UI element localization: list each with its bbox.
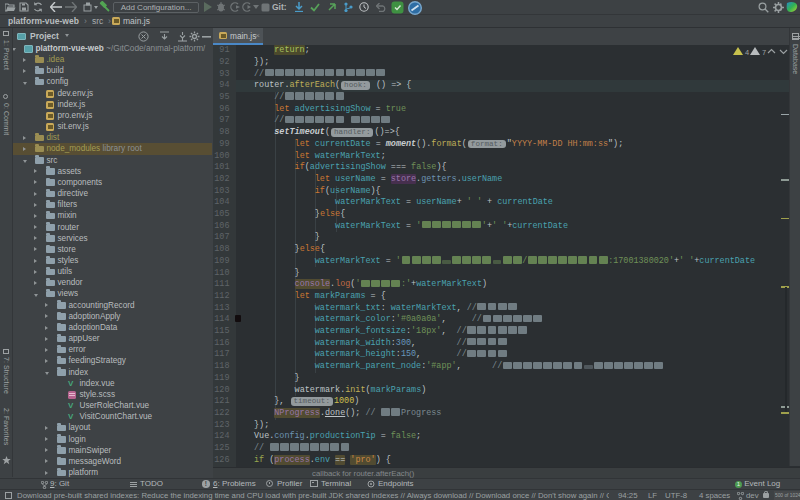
svg-text:4: 4 [745,48,749,57]
svg-text:7: 7 [762,48,766,57]
